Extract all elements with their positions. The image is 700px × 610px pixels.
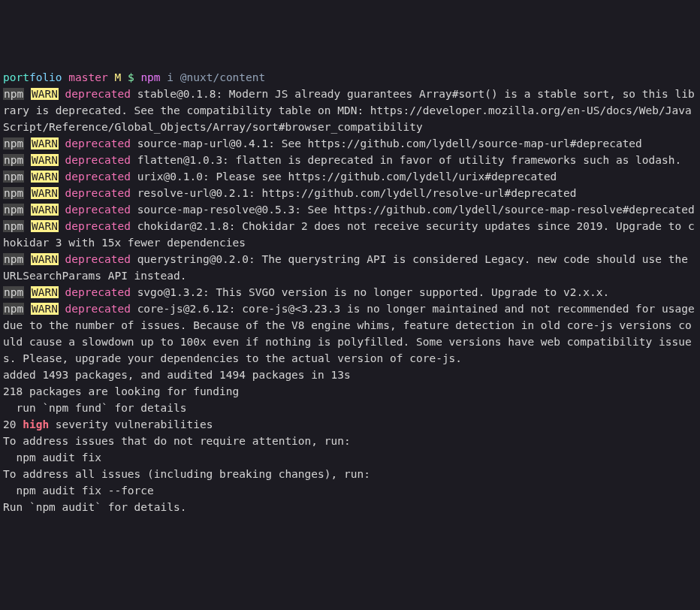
warn-tag: WARN <box>31 88 59 100</box>
audit-hint: To address all issues (including breakin… <box>3 466 697 482</box>
deprecated-tag: deprecated <box>65 88 131 100</box>
warn-line: npm WARN deprecated svgo@1.3.2: This SVG… <box>3 284 697 300</box>
warn-tag: WARN <box>31 303 59 315</box>
npm-tag: npm <box>3 137 24 149</box>
audit-details: Run `npm audit` for details. <box>3 499 697 515</box>
warn-message: source-map-url@0.4.1: See https://github… <box>131 137 642 149</box>
summary-added: added 1493 packages, and audited 1494 pa… <box>3 367 697 383</box>
warn-line: npm WARN deprecated core-js@2.6.12: core… <box>3 300 697 367</box>
npm-tag: npm <box>3 286 24 298</box>
deprecated-tag: deprecated <box>65 171 131 183</box>
prompt-line: portfolio master M $ npm i @nuxt/content <box>3 69 697 86</box>
prompt-status: M <box>114 71 121 83</box>
warn-tag: WARN <box>31 204 59 216</box>
warn-message: urix@0.1.0: Please see https://github.co… <box>131 171 557 183</box>
audit-fix-cmd: npm audit fix <box>3 449 697 466</box>
deprecated-tag: deprecated <box>65 154 131 166</box>
npm-tag: npm <box>3 88 24 100</box>
warn-line: npm WARN deprecated urix@0.1.0: Please s… <box>3 168 697 185</box>
prompt-dir-part1: port <box>3 71 29 83</box>
prompt-command: npm <box>140 71 160 83</box>
vuln-count: 20 <box>3 418 23 430</box>
audit-fix-force-cmd: npm audit fix --force <box>3 482 697 499</box>
warn-message: flatten@1.0.3: flatten is deprecated in … <box>131 154 681 166</box>
audit-hint: To address issues that do not require at… <box>3 433 697 449</box>
npm-tag: npm <box>3 204 24 216</box>
npm-tag: npm <box>3 220 24 232</box>
warn-message: resolve-url@0.2.1: https://github.com/ly… <box>131 187 577 199</box>
npm-tag: npm <box>3 253 24 265</box>
terminal-output[interactable]: portfolio master M $ npm i @nuxt/content… <box>3 69 697 515</box>
warn-line: npm WARN deprecated querystring@0.2.0: T… <box>3 251 697 284</box>
deprecated-tag: deprecated <box>65 303 131 315</box>
warn-message: source-map-resolve@0.5.3: See https://gi… <box>131 204 695 216</box>
severity-high: high <box>23 418 49 430</box>
vuln-rest: severity vulnerabilities <box>49 418 213 430</box>
warn-line: npm WARN deprecated resolve-url@0.2.1: h… <box>3 185 697 201</box>
warn-line: npm WARN deprecated stable@0.1.8: Modern… <box>3 86 697 135</box>
warn-line: npm WARN deprecated flatten@1.0.3: flatt… <box>3 152 697 168</box>
warn-line: npm WARN deprecated chokidar@2.1.8: Chok… <box>3 218 697 251</box>
deprecated-tag: deprecated <box>65 253 131 265</box>
summary-funding: 218 packages are looking for funding <box>3 383 697 400</box>
warn-tag: WARN <box>31 220 59 232</box>
summary-funding-hint: run `npm fund` for details <box>3 400 697 416</box>
prompt-dir-part2: folio <box>29 71 62 83</box>
prompt-dollar: $ <box>128 71 134 83</box>
warn-tag: WARN <box>31 286 59 298</box>
warn-tag: WARN <box>31 171 59 183</box>
deprecated-tag: deprecated <box>65 286 131 298</box>
warn-tag: WARN <box>31 154 59 166</box>
npm-tag: npm <box>3 187 24 199</box>
deprecated-tag: deprecated <box>65 187 131 199</box>
npm-tag: npm <box>3 303 24 315</box>
warn-message: svgo@1.3.2: This SVGO version is no long… <box>131 286 609 298</box>
deprecated-tag: deprecated <box>65 220 131 232</box>
warn-tag: WARN <box>31 137 59 149</box>
deprecated-tag: deprecated <box>65 137 131 149</box>
prompt-args: i @nuxt/content <box>167 71 265 83</box>
warn-line: npm WARN deprecated source-map-url@0.4.1… <box>3 135 697 152</box>
warn-line: npm WARN deprecated source-map-resolve@0… <box>3 201 697 218</box>
npm-tag: npm <box>3 171 24 183</box>
npm-tag: npm <box>3 154 24 166</box>
warn-tag: WARN <box>31 253 59 265</box>
warn-tag: WARN <box>31 187 59 199</box>
summary-vulnerabilities: 20 high severity vulnerabilities <box>3 416 697 433</box>
deprecated-tag: deprecated <box>65 204 131 216</box>
prompt-branch: master <box>68 71 107 83</box>
